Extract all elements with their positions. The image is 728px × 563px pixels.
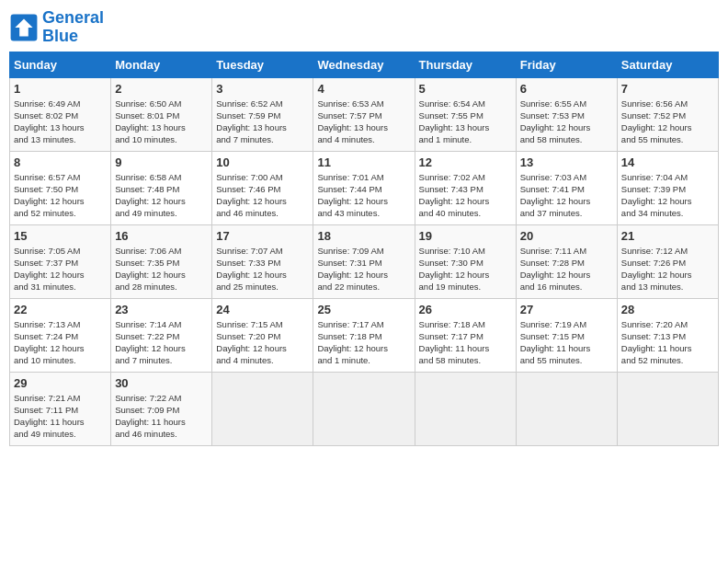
day-number: 14 bbox=[621, 155, 714, 169]
day-detail: Sunrise: 7:00 AM Sunset: 7:46 PM Dayligh… bbox=[216, 171, 309, 220]
calendar-day-cell bbox=[313, 372, 415, 445]
calendar-day-cell: 13Sunrise: 7:03 AM Sunset: 7:41 PM Dayli… bbox=[516, 151, 617, 224]
calendar-day-cell: 30Sunrise: 7:22 AM Sunset: 7:09 PM Dayli… bbox=[111, 372, 212, 445]
day-detail: Sunrise: 6:53 AM Sunset: 7:57 PM Dayligh… bbox=[317, 98, 410, 146]
calendar-day-cell: 20Sunrise: 7:11 AM Sunset: 7:28 PM Dayli… bbox=[516, 224, 617, 298]
day-number: 3 bbox=[216, 82, 309, 96]
calendar-day-cell: 29Sunrise: 7:21 AM Sunset: 7:11 PM Dayli… bbox=[10, 372, 111, 445]
calendar-day-cell: 7Sunrise: 6:56 AM Sunset: 7:52 PM Daylig… bbox=[617, 77, 718, 151]
day-detail: Sunrise: 6:50 AM Sunset: 8:01 PM Dayligh… bbox=[115, 98, 208, 146]
calendar-day-cell: 24Sunrise: 7:15 AM Sunset: 7:20 PM Dayli… bbox=[212, 298, 313, 372]
day-detail: Sunrise: 6:58 AM Sunset: 7:48 PM Dayligh… bbox=[115, 171, 208, 220]
calendar-day-cell bbox=[516, 372, 617, 445]
calendar-day-cell: 25Sunrise: 7:17 AM Sunset: 7:18 PM Dayli… bbox=[313, 298, 415, 372]
day-detail: Sunrise: 6:52 AM Sunset: 7:59 PM Dayligh… bbox=[216, 98, 309, 146]
day-number: 11 bbox=[317, 155, 410, 169]
day-detail: Sunrise: 7:15 AM Sunset: 7:20 PM Dayligh… bbox=[216, 318, 309, 367]
calendar-day-cell: 21Sunrise: 7:12 AM Sunset: 7:26 PM Dayli… bbox=[617, 224, 718, 298]
day-detail: Sunrise: 7:14 AM Sunset: 7:22 PM Dayligh… bbox=[115, 318, 208, 367]
day-number: 29 bbox=[14, 376, 107, 390]
calendar-day-cell: 23Sunrise: 7:14 AM Sunset: 7:22 PM Dayli… bbox=[111, 298, 212, 372]
calendar-day-cell: 14Sunrise: 7:04 AM Sunset: 7:39 PM Dayli… bbox=[617, 151, 718, 224]
calendar-day-cell bbox=[212, 372, 313, 445]
day-detail: Sunrise: 6:57 AM Sunset: 7:50 PM Dayligh… bbox=[14, 171, 107, 220]
day-detail: Sunrise: 7:19 AM Sunset: 7:15 PM Dayligh… bbox=[520, 318, 613, 367]
calendar-weekday-header: Monday bbox=[111, 52, 212, 77]
day-number: 20 bbox=[520, 229, 613, 243]
day-detail: Sunrise: 7:18 AM Sunset: 7:17 PM Dayligh… bbox=[419, 318, 512, 367]
calendar-day-cell bbox=[617, 372, 718, 445]
day-detail: Sunrise: 7:03 AM Sunset: 7:41 PM Dayligh… bbox=[520, 171, 613, 220]
calendar-weekday-header: Friday bbox=[516, 52, 617, 77]
day-detail: Sunrise: 7:06 AM Sunset: 7:35 PM Dayligh… bbox=[115, 245, 208, 293]
day-detail: Sunrise: 6:55 AM Sunset: 7:53 PM Dayligh… bbox=[520, 98, 613, 146]
calendar-day-cell: 16Sunrise: 7:06 AM Sunset: 7:35 PM Dayli… bbox=[111, 224, 212, 298]
calendar-day-cell: 6Sunrise: 6:55 AM Sunset: 7:53 PM Daylig… bbox=[516, 77, 617, 151]
day-number: 17 bbox=[216, 229, 309, 243]
calendar-weekday-header: Tuesday bbox=[212, 52, 313, 77]
day-detail: Sunrise: 7:10 AM Sunset: 7:30 PM Dayligh… bbox=[419, 245, 512, 293]
day-number: 26 bbox=[419, 303, 512, 316]
calendar-day-cell: 8Sunrise: 6:57 AM Sunset: 7:50 PM Daylig… bbox=[10, 151, 111, 224]
day-detail: Sunrise: 7:01 AM Sunset: 7:44 PM Dayligh… bbox=[317, 171, 410, 220]
calendar-day-cell: 12Sunrise: 7:02 AM Sunset: 7:43 PM Dayli… bbox=[415, 151, 516, 224]
day-number: 21 bbox=[621, 229, 714, 243]
day-detail: Sunrise: 7:22 AM Sunset: 7:09 PM Dayligh… bbox=[115, 392, 208, 441]
calendar-day-cell: 11Sunrise: 7:01 AM Sunset: 7:44 PM Dayli… bbox=[313, 151, 415, 224]
calendar-day-cell bbox=[415, 372, 516, 445]
day-number: 12 bbox=[419, 155, 512, 169]
calendar-day-cell: 28Sunrise: 7:20 AM Sunset: 7:13 PM Dayli… bbox=[617, 298, 718, 372]
day-number: 27 bbox=[520, 303, 613, 316]
day-detail: Sunrise: 6:49 AM Sunset: 8:02 PM Dayligh… bbox=[14, 98, 107, 146]
day-number: 28 bbox=[621, 303, 714, 316]
day-number: 9 bbox=[115, 155, 208, 169]
day-detail: Sunrise: 7:09 AM Sunset: 7:31 PM Dayligh… bbox=[317, 245, 410, 293]
day-number: 10 bbox=[216, 155, 309, 169]
day-number: 16 bbox=[115, 229, 208, 243]
calendar-day-cell: 1Sunrise: 6:49 AM Sunset: 8:02 PM Daylig… bbox=[10, 77, 111, 151]
calendar-week-row: 1Sunrise: 6:49 AM Sunset: 8:02 PM Daylig… bbox=[10, 77, 719, 151]
logo: General Blue bbox=[9, 9, 104, 46]
day-number: 4 bbox=[317, 82, 410, 96]
day-detail: Sunrise: 7:17 AM Sunset: 7:18 PM Dayligh… bbox=[317, 318, 410, 367]
calendar-day-cell: 19Sunrise: 7:10 AM Sunset: 7:30 PM Dayli… bbox=[415, 224, 516, 298]
day-number: 6 bbox=[520, 82, 613, 96]
calendar-day-cell: 22Sunrise: 7:13 AM Sunset: 7:24 PM Dayli… bbox=[10, 298, 111, 372]
day-number: 15 bbox=[14, 229, 107, 243]
calendar-day-cell: 10Sunrise: 7:00 AM Sunset: 7:46 PM Dayli… bbox=[212, 151, 313, 224]
calendar-week-row: 15Sunrise: 7:05 AM Sunset: 7:37 PM Dayli… bbox=[10, 224, 719, 298]
calendar-day-cell: 3Sunrise: 6:52 AM Sunset: 7:59 PM Daylig… bbox=[212, 77, 313, 151]
day-number: 8 bbox=[14, 155, 107, 169]
logo-icon bbox=[9, 13, 39, 42]
day-detail: Sunrise: 7:20 AM Sunset: 7:13 PM Dayligh… bbox=[621, 318, 714, 367]
calendar-day-cell: 2Sunrise: 6:50 AM Sunset: 8:01 PM Daylig… bbox=[111, 77, 212, 151]
day-number: 22 bbox=[14, 303, 107, 316]
calendar-body: 1Sunrise: 6:49 AM Sunset: 8:02 PM Daylig… bbox=[10, 77, 719, 445]
calendar-day-cell: 5Sunrise: 6:54 AM Sunset: 7:55 PM Daylig… bbox=[415, 77, 516, 151]
day-detail: Sunrise: 7:04 AM Sunset: 7:39 PM Dayligh… bbox=[621, 171, 714, 220]
calendar-week-row: 22Sunrise: 7:13 AM Sunset: 7:24 PM Dayli… bbox=[10, 298, 719, 372]
calendar-weekday-header: Wednesday bbox=[313, 52, 415, 77]
logo-text: General Blue bbox=[42, 9, 104, 46]
calendar-weekday-header: Sunday bbox=[10, 52, 111, 77]
day-detail: Sunrise: 7:21 AM Sunset: 7:11 PM Dayligh… bbox=[14, 392, 107, 441]
page-header: General Blue bbox=[9, 9, 719, 46]
day-number: 30 bbox=[115, 376, 208, 390]
calendar-week-row: 29Sunrise: 7:21 AM Sunset: 7:11 PM Dayli… bbox=[10, 372, 719, 445]
day-number: 13 bbox=[520, 155, 613, 169]
day-number: 2 bbox=[115, 82, 208, 96]
calendar-week-row: 8Sunrise: 6:57 AM Sunset: 7:50 PM Daylig… bbox=[10, 151, 719, 224]
day-detail: Sunrise: 7:07 AM Sunset: 7:33 PM Dayligh… bbox=[216, 245, 309, 293]
day-number: 7 bbox=[621, 82, 714, 96]
day-number: 1 bbox=[14, 82, 107, 96]
calendar-table: SundayMondayTuesdayWednesdayThursdayFrid… bbox=[9, 52, 719, 446]
calendar-day-cell: 15Sunrise: 7:05 AM Sunset: 7:37 PM Dayli… bbox=[10, 224, 111, 298]
calendar-weekday-header: Thursday bbox=[415, 52, 516, 77]
day-number: 23 bbox=[115, 303, 208, 316]
calendar-day-cell: 9Sunrise: 6:58 AM Sunset: 7:48 PM Daylig… bbox=[111, 151, 212, 224]
day-detail: Sunrise: 7:05 AM Sunset: 7:37 PM Dayligh… bbox=[14, 245, 107, 293]
day-detail: Sunrise: 7:11 AM Sunset: 7:28 PM Dayligh… bbox=[520, 245, 613, 293]
day-number: 18 bbox=[317, 229, 410, 243]
calendar-weekday-header: Saturday bbox=[617, 52, 718, 77]
day-number: 19 bbox=[419, 229, 512, 243]
